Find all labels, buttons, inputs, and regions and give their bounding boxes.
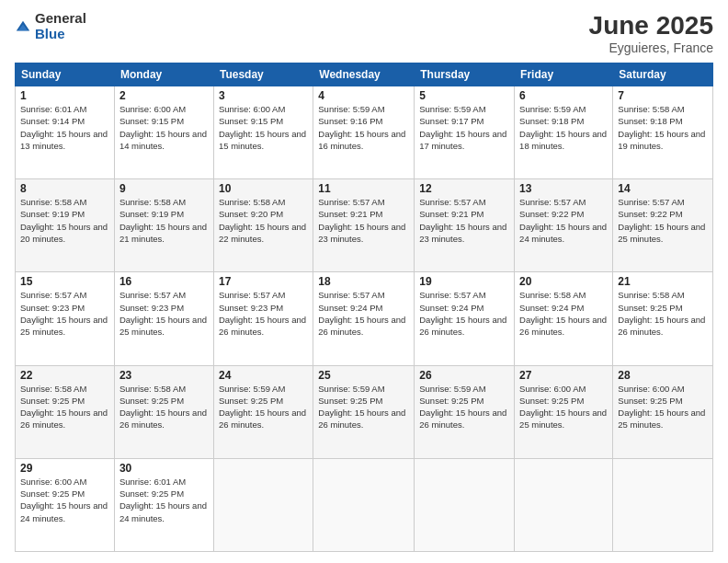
day-number: 26 — [419, 369, 509, 382]
calendar-week-row: 29Sunrise: 6:00 AMSunset: 9:25 PMDayligh… — [16, 458, 713, 551]
table-row: 15Sunrise: 5:57 AMSunset: 9:23 PMDayligh… — [16, 272, 115, 365]
day-info: Sunrise: 5:57 AMSunset: 9:23 PMDaylight:… — [219, 289, 308, 338]
col-thursday: Thursday — [415, 63, 515, 86]
day-number: 12 — [419, 182, 509, 195]
day-number: 4 — [318, 89, 409, 102]
table-row: 7Sunrise: 5:58 AMSunset: 9:18 PMDaylight… — [613, 86, 713, 179]
table-row: 17Sunrise: 5:57 AMSunset: 9:23 PMDayligh… — [213, 272, 313, 365]
day-number: 7 — [618, 89, 708, 102]
day-info: Sunrise: 5:57 AMSunset: 9:24 PMDaylight:… — [318, 289, 409, 338]
day-info: Sunrise: 5:59 AMSunset: 9:18 PMDaylight:… — [519, 103, 608, 152]
day-info: Sunrise: 5:57 AMSunset: 9:24 PMDaylight:… — [419, 289, 509, 338]
day-number: 18 — [318, 275, 409, 288]
table-row — [613, 458, 713, 551]
table-row: 1Sunrise: 6:01 AMSunset: 9:14 PMDaylight… — [16, 86, 115, 179]
table-row: 10Sunrise: 5:58 AMSunset: 9:20 PMDayligh… — [213, 179, 313, 272]
day-number: 1 — [20, 89, 109, 102]
day-number: 10 — [219, 182, 308, 195]
table-row: 27Sunrise: 6:00 AMSunset: 9:25 PMDayligh… — [515, 365, 613, 458]
day-info: Sunrise: 5:59 AMSunset: 9:25 PMDaylight:… — [419, 383, 509, 431]
month-title: June 2025 — [589, 11, 713, 40]
day-info: Sunrise: 6:00 AMSunset: 9:15 PMDaylight:… — [119, 103, 209, 152]
day-info: Sunrise: 6:01 AMSunset: 9:14 PMDaylight:… — [20, 103, 109, 152]
header: General Blue June 2025 Eyguieres, France — [15, 11, 713, 55]
day-number: 28 — [618, 369, 708, 382]
day-info: Sunrise: 5:58 AMSunset: 9:25 PMDaylight:… — [119, 383, 209, 431]
day-info: Sunrise: 5:58 AMSunset: 9:19 PMDaylight:… — [20, 196, 109, 245]
day-info: Sunrise: 5:58 AMSunset: 9:24 PMDaylight:… — [519, 289, 608, 338]
day-info: Sunrise: 5:57 AMSunset: 9:23 PMDaylight:… — [119, 289, 209, 338]
col-friday: Friday — [515, 63, 613, 86]
table-row: 12Sunrise: 5:57 AMSunset: 9:21 PMDayligh… — [415, 179, 515, 272]
table-row: 14Sunrise: 5:57 AMSunset: 9:22 PMDayligh… — [613, 179, 713, 272]
logo-icon — [15, 19, 31, 36]
table-row: 28Sunrise: 6:00 AMSunset: 9:25 PMDayligh… — [613, 365, 713, 458]
day-number: 24 — [219, 369, 308, 382]
day-info: Sunrise: 6:00 AMSunset: 9:25 PMDaylight:… — [618, 383, 708, 431]
day-number: 8 — [20, 182, 109, 195]
logo-blue: Blue — [35, 27, 86, 42]
table-row: 13Sunrise: 5:57 AMSunset: 9:22 PMDayligh… — [515, 179, 613, 272]
table-row: 9Sunrise: 5:58 AMSunset: 9:19 PMDaylight… — [114, 179, 213, 272]
day-info: Sunrise: 5:59 AMSunset: 9:25 PMDaylight:… — [219, 383, 308, 431]
day-number: 14 — [618, 182, 708, 195]
table-row: 5Sunrise: 5:59 AMSunset: 9:17 PMDaylight… — [415, 86, 515, 179]
table-row: 16Sunrise: 5:57 AMSunset: 9:23 PMDayligh… — [114, 272, 213, 365]
day-info: Sunrise: 5:59 AMSunset: 9:25 PMDaylight:… — [318, 383, 409, 431]
table-row: 11Sunrise: 5:57 AMSunset: 9:21 PMDayligh… — [313, 179, 415, 272]
title-block: June 2025 Eyguieres, France — [589, 11, 713, 55]
day-number: 11 — [318, 182, 409, 195]
day-info: Sunrise: 5:57 AMSunset: 9:21 PMDaylight:… — [318, 196, 409, 245]
location: Eyguieres, France — [589, 40, 713, 55]
table-row: 19Sunrise: 5:57 AMSunset: 9:24 PMDayligh… — [415, 272, 515, 365]
day-number: 16 — [119, 275, 209, 288]
day-info: Sunrise: 5:58 AMSunset: 9:20 PMDaylight:… — [219, 196, 308, 245]
day-info: Sunrise: 5:57 AMSunset: 9:23 PMDaylight:… — [20, 289, 109, 338]
day-info: Sunrise: 6:01 AMSunset: 9:25 PMDaylight:… — [119, 476, 209, 524]
calendar-week-row: 8Sunrise: 5:58 AMSunset: 9:19 PMDaylight… — [16, 179, 713, 272]
calendar-header-row: Sunday Monday Tuesday Wednesday Thursday… — [16, 63, 713, 86]
day-info: Sunrise: 5:58 AMSunset: 9:25 PMDaylight:… — [618, 289, 708, 338]
day-number: 19 — [419, 275, 509, 288]
day-number: 23 — [119, 369, 209, 382]
day-info: Sunrise: 5:58 AMSunset: 9:18 PMDaylight:… — [618, 103, 708, 152]
day-number: 13 — [519, 182, 608, 195]
table-row: 25Sunrise: 5:59 AMSunset: 9:25 PMDayligh… — [313, 365, 415, 458]
day-number: 30 — [119, 462, 209, 475]
day-info: Sunrise: 6:00 AMSunset: 9:15 PMDaylight:… — [219, 103, 308, 152]
calendar-week-row: 15Sunrise: 5:57 AMSunset: 9:23 PMDayligh… — [16, 272, 713, 365]
table-row: 29Sunrise: 6:00 AMSunset: 9:25 PMDayligh… — [16, 458, 115, 551]
table-row: 3Sunrise: 6:00 AMSunset: 9:15 PMDaylight… — [213, 86, 313, 179]
col-sunday: Sunday — [16, 63, 115, 86]
day-number: 17 — [219, 275, 308, 288]
logo: General Blue — [15, 11, 86, 41]
table-row — [313, 458, 415, 551]
page: General Blue June 2025 Eyguieres, France… — [0, 0, 728, 563]
col-wednesday: Wednesday — [313, 63, 415, 86]
day-number: 22 — [20, 369, 109, 382]
day-number: 27 — [519, 369, 608, 382]
table-row: 23Sunrise: 5:58 AMSunset: 9:25 PMDayligh… — [114, 365, 213, 458]
calendar-week-row: 1Sunrise: 6:01 AMSunset: 9:14 PMDaylight… — [16, 86, 713, 179]
day-number: 29 — [20, 462, 109, 475]
table-row: 30Sunrise: 6:01 AMSunset: 9:25 PMDayligh… — [114, 458, 213, 551]
table-row: 4Sunrise: 5:59 AMSunset: 9:16 PMDaylight… — [313, 86, 415, 179]
logo-general: General — [35, 11, 86, 27]
col-monday: Monday — [114, 63, 213, 86]
table-row — [415, 458, 515, 551]
day-number: 5 — [419, 89, 509, 102]
day-info: Sunrise: 6:00 AMSunset: 9:25 PMDaylight:… — [20, 476, 109, 524]
table-row: 18Sunrise: 5:57 AMSunset: 9:24 PMDayligh… — [313, 272, 415, 365]
calendar-table: Sunday Monday Tuesday Wednesday Thursday… — [15, 63, 713, 552]
calendar-week-row: 22Sunrise: 5:58 AMSunset: 9:25 PMDayligh… — [16, 365, 713, 458]
day-info: Sunrise: 5:57 AMSunset: 9:21 PMDaylight:… — [419, 196, 509, 245]
day-number: 9 — [119, 182, 209, 195]
day-number: 20 — [519, 275, 608, 288]
day-info: Sunrise: 6:00 AMSunset: 9:25 PMDaylight:… — [519, 383, 608, 431]
day-number: 2 — [119, 89, 209, 102]
day-info: Sunrise: 5:58 AMSunset: 9:25 PMDaylight:… — [20, 383, 109, 431]
day-info: Sunrise: 5:59 AMSunset: 9:16 PMDaylight:… — [318, 103, 409, 152]
col-tuesday: Tuesday — [213, 63, 313, 86]
day-info: Sunrise: 5:57 AMSunset: 9:22 PMDaylight:… — [618, 196, 708, 245]
day-info: Sunrise: 5:57 AMSunset: 9:22 PMDaylight:… — [519, 196, 608, 245]
